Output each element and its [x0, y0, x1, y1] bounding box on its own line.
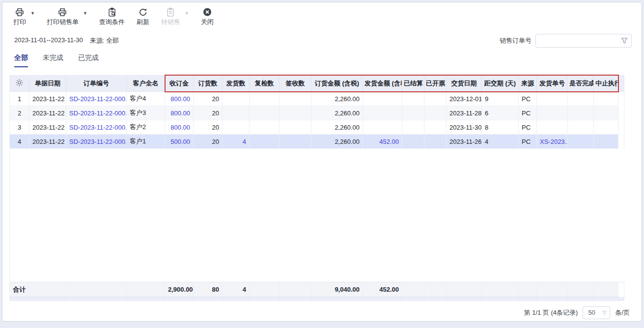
table-row[interactable]: 12023-11-22SD-2023-11-22-000...客户4800.00…	[10, 92, 624, 106]
page-size-select[interactable]: 50 ▽	[583, 306, 610, 319]
page-size-value: 50	[588, 309, 595, 316]
tab-all[interactable]: 全部	[14, 54, 28, 67]
cell-row4-col5: 20	[194, 135, 223, 149]
cell-row3-col3: 客户2	[127, 120, 165, 135]
cell-row2-col8	[280, 106, 311, 120]
clipboard-search-icon	[107, 7, 117, 17]
column-header-8: 签收数	[280, 76, 311, 92]
horizontal-scrollbar-track[interactable]	[10, 297, 624, 301]
totals-col10: 452.00	[363, 282, 402, 297]
orders-table: 单据日期订单编号客户全名收订金订货数发货数复检数签收数订货金额 (含税)发货金额…	[9, 75, 624, 301]
totals-col11	[402, 282, 424, 297]
scroll-strip-cell	[165, 297, 194, 301]
per-page-label: 条/页	[615, 308, 630, 317]
close-button[interactable]: 关闭	[201, 7, 214, 26]
scroll-strip-cell	[447, 297, 482, 301]
funnel-icon[interactable]	[621, 37, 628, 46]
cell-row2-col7	[250, 106, 280, 120]
column-header-18: 中止执行	[594, 76, 618, 92]
cell-row2-col17	[568, 106, 594, 120]
scroll-strip-cell	[482, 297, 519, 301]
cell-row3-col9: 2,260.00	[311, 120, 363, 135]
scroll-strip-cell	[127, 297, 165, 301]
scroll-strip-cell	[363, 297, 402, 301]
table-row[interactable]: 22023-11-22SD-2023-11-22-000...客户3800.00…	[10, 106, 624, 120]
cell-row1-col4[interactable]: 800.00	[165, 92, 194, 106]
cell-row2-col6	[223, 106, 250, 120]
cell-row3-col7	[250, 120, 280, 135]
scroll-strip-cell	[537, 297, 568, 301]
column-header-14: 距交期 (天)	[482, 76, 519, 92]
query-conditions-button[interactable]: 查询条件	[99, 7, 125, 26]
cell-row3-col14: 8	[482, 120, 519, 135]
cell-row3-col8	[280, 120, 311, 135]
cell-row3-col10	[363, 120, 402, 135]
print-button[interactable]: 打印 ▼	[13, 7, 35, 26]
tab-completed[interactable]: 已完成	[78, 54, 99, 67]
cell-row4-col4[interactable]: 500.00	[165, 135, 194, 149]
cell-row3-col2[interactable]: SD-2023-11-22-000...	[66, 120, 127, 135]
totals-col18	[594, 282, 618, 297]
cell-row4-col11	[402, 135, 424, 149]
totals-col7	[250, 282, 280, 297]
scroll-strip-cell	[194, 297, 223, 301]
row-filler	[618, 120, 624, 135]
cell-row3-col1: 2023-11-22	[29, 120, 66, 135]
cell-row2-col1: 2023-11-22	[29, 106, 66, 120]
row-filler	[618, 135, 624, 149]
cell-row2-col4[interactable]: 800.00	[165, 106, 194, 120]
scroll-strip-cell	[66, 297, 127, 301]
scroll-strip-cell	[250, 297, 280, 301]
totals-col17	[568, 282, 594, 297]
totals-col9: 9,040.00	[311, 282, 363, 297]
table-row[interactable]: 42023-11-22SD-2023-11-22-000...客户1500.00…	[10, 135, 624, 149]
cell-row3-col16	[537, 120, 568, 135]
scroll-strip-cell	[424, 297, 447, 301]
cell-row1-col13: 2023-12-01	[447, 92, 482, 106]
scroll-strip-cell	[594, 297, 618, 301]
cell-row3-col5: 20	[194, 120, 223, 135]
totals-col3	[127, 282, 165, 297]
cell-row4-col10[interactable]: 452.00	[363, 135, 402, 149]
refresh-label: 刷新	[137, 18, 149, 26]
pagination-bar: 第 1/1 页 (4条记录) 50 ▽ 条/页	[2, 306, 630, 319]
cell-row2-col2[interactable]: SD-2023-11-22-000...	[66, 106, 127, 120]
totals-col6: 4	[223, 282, 250, 297]
column-settings-button[interactable]	[10, 76, 29, 92]
row-filler	[618, 92, 624, 106]
cell-row1-col18	[594, 92, 618, 106]
totals-row: 合计2,900.008049,040.00452.00	[10, 282, 624, 297]
cell-row3-col4[interactable]: 800.00	[165, 120, 194, 135]
cell-row4-col9: 2,260.00	[311, 135, 363, 149]
cell-row2-col0: 2	[10, 106, 29, 120]
scroll-strip-cell	[568, 297, 594, 301]
tab-incomplete[interactable]: 未完成	[43, 54, 63, 67]
cell-row2-col15: PC	[519, 106, 537, 120]
sales-order-no-input[interactable]	[535, 34, 632, 48]
table-row[interactable]: 32023-11-22SD-2023-11-22-000...客户2800.00…	[10, 120, 624, 135]
print-dropdown-caret[interactable]: ▼	[30, 11, 35, 16]
cell-row4-col6[interactable]: 4	[223, 135, 250, 149]
column-header-4: 收订金	[165, 76, 194, 92]
scroll-strip-cell	[10, 297, 29, 301]
column-header-3: 客户全名	[127, 76, 165, 92]
cell-row4-col7	[250, 135, 280, 149]
cell-row1-col9: 2,260.00	[311, 92, 363, 106]
cell-row4-col2[interactable]: SD-2023-11-22-000...	[66, 135, 127, 149]
print-sales-slip-button[interactable]: 打印销售单 ▼	[47, 7, 87, 26]
cell-row1-col10	[363, 92, 402, 106]
print-sales-slip-dropdown-caret[interactable]: ▼	[83, 11, 87, 16]
table-header-row: 单据日期订单编号客户全名收订金订货数发货数复检数签收数订货金额 (含税)发货金额…	[10, 76, 624, 92]
clipboard-icon	[166, 7, 175, 17]
cell-row2-col18	[594, 106, 618, 120]
scroll-strip-cell	[618, 297, 624, 301]
cell-row1-col15: PC	[519, 92, 537, 106]
printer-icon	[15, 7, 25, 17]
cell-row1-col2[interactable]: SD-2023-11-22-000...	[66, 92, 127, 106]
scroll-strip-cell	[280, 297, 311, 301]
cell-row4-col3: 客户1	[127, 135, 165, 149]
cell-row3-col18	[594, 120, 618, 135]
cell-row4-col16[interactable]: XS-2023...	[537, 135, 568, 149]
refresh-button[interactable]: 刷新	[137, 7, 149, 26]
column-header-11: 已结算	[402, 76, 424, 92]
